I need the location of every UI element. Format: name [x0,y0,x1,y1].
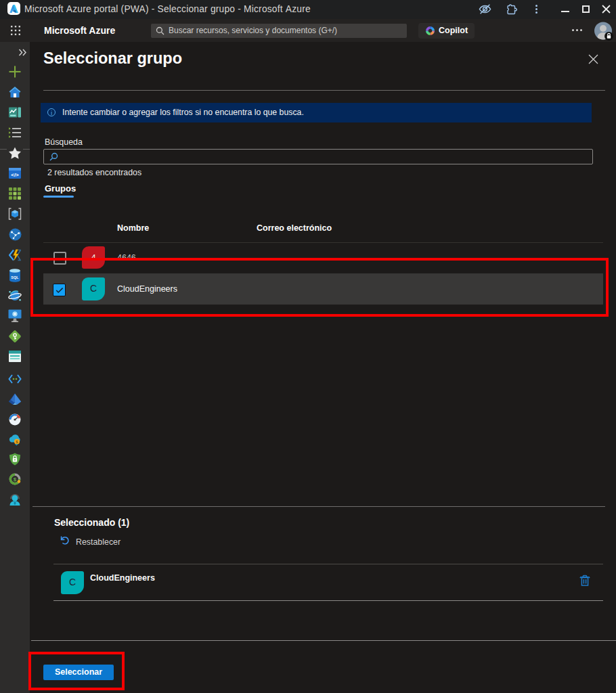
svg-text:$: $ [14,476,17,483]
svg-text:</>: </> [11,172,19,178]
svg-text:SQL: SQL [11,275,19,280]
